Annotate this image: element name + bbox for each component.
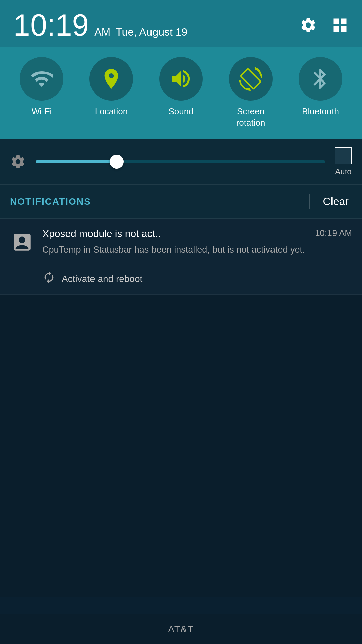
notifications-title: NOTIFICATIONS <box>10 196 309 207</box>
qs-screen-rotation[interactable]: Screen rotation <box>224 57 278 129</box>
qs-sound-label: Sound <box>168 106 193 117</box>
settings-icon <box>300 16 317 34</box>
notification-body: CpuTemp in Statusbar has been installed,… <box>42 245 305 255</box>
qs-bluetooth-circle <box>299 57 342 101</box>
clear-button[interactable]: Clear <box>320 195 352 208</box>
qs-rotation-label: Screen rotation <box>236 106 265 129</box>
notifications-header-divider <box>309 194 310 209</box>
qs-wifi-label: Wi-Fi <box>32 106 52 117</box>
qs-location-label: Location <box>95 106 128 117</box>
settings-button[interactable] <box>300 16 317 34</box>
time-display: 10:19 <box>13 10 89 40</box>
time-section: 10:19 AM Tue, August 19 <box>13 10 187 40</box>
status-icons <box>300 16 349 35</box>
date-display: Tue, August 19 <box>116 26 187 38</box>
brightness-row: Auto <box>0 139 362 185</box>
activate-reboot-button[interactable]: Activate and reboot <box>42 271 142 287</box>
sound-icon <box>169 67 193 91</box>
qs-wifi[interactable]: Wi-Fi <box>15 57 68 117</box>
header-divider <box>324 16 324 35</box>
status-bar: 10:19 AM Tue, August 19 <box>0 0 362 47</box>
brightness-slider[interactable] <box>36 160 325 163</box>
bluetooth-icon <box>309 67 332 91</box>
notification-actions: Activate and reboot <box>10 263 352 294</box>
auto-checkbox[interactable] <box>335 147 352 164</box>
qs-bluetooth-label: Bluetooth <box>302 106 339 117</box>
notification-app-icon <box>10 230 34 254</box>
xposed-icon <box>11 231 33 253</box>
notifications-header: NOTIFICATIONS Clear <box>0 185 362 219</box>
screen-rotation-icon <box>239 67 262 91</box>
notification-title-row: Xposed module is not act.. 10:19 AM <box>42 228 352 239</box>
qs-sound[interactable]: Sound <box>154 57 208 117</box>
wifi-icon <box>30 67 53 91</box>
carrier-bar: AT&T <box>0 614 362 644</box>
notification-content: Xposed module is not act.. 10:19 AM CpuT… <box>42 228 352 257</box>
time-ampm: AM <box>94 26 110 38</box>
grid-icon <box>331 16 349 34</box>
brightness-thumb[interactable] <box>110 155 124 169</box>
reboot-icon <box>42 271 56 287</box>
brightness-fill <box>36 160 117 163</box>
notification-title: Xposed module is not act.. <box>42 228 308 239</box>
qs-location[interactable]: Location <box>84 57 138 117</box>
qs-rotation-circle <box>229 57 273 101</box>
notification-main: Xposed module is not act.. 10:19 AM CpuT… <box>10 228 352 263</box>
quick-settings-panel: Wi-Fi Location Sound Screen rotation <box>0 47 362 139</box>
qs-sound-circle <box>159 57 203 101</box>
empty-notifications-area <box>0 295 362 597</box>
brightness-settings-icon[interactable] <box>10 154 26 170</box>
qs-wifi-circle <box>20 57 63 101</box>
qs-location-circle <box>89 57 133 101</box>
grid-button[interactable] <box>331 16 349 34</box>
auto-brightness-section[interactable]: Auto <box>335 147 352 176</box>
notification-time: 10:19 AM <box>315 228 352 238</box>
activate-reboot-label: Activate and reboot <box>62 274 142 284</box>
auto-label: Auto <box>335 167 351 176</box>
notification-card-0: Xposed module is not act.. 10:19 AM CpuT… <box>0 219 362 295</box>
qs-bluetooth[interactable]: Bluetooth <box>294 57 347 117</box>
carrier-name: AT&T <box>168 624 194 634</box>
location-icon <box>100 67 123 91</box>
